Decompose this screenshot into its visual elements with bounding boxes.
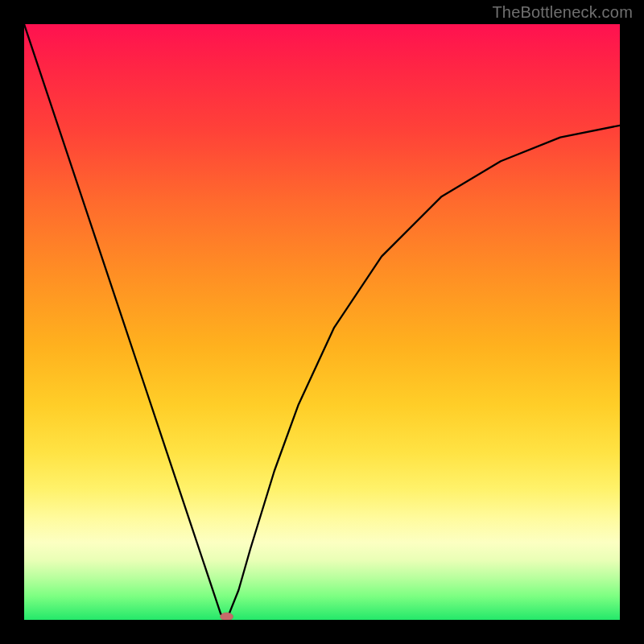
plot-area [24, 24, 620, 620]
chart-frame: TheBottleneck.com [0, 0, 644, 644]
bottleneck-curve [24, 24, 620, 620]
minimum-marker [221, 613, 233, 620]
curve-layer [24, 24, 620, 620]
watermark-label: TheBottleneck.com [492, 3, 633, 22]
